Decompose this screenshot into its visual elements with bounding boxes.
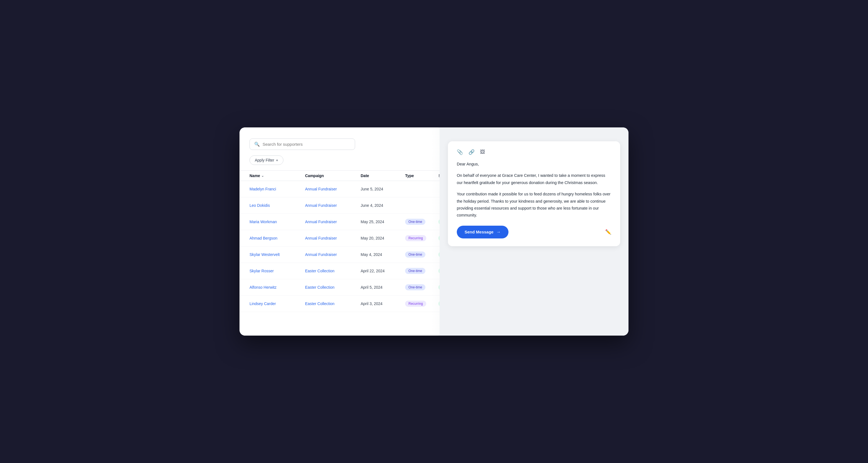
- campaign-name[interactable]: Annual Fundraiser: [305, 236, 361, 240]
- donation-type: Recurring: [405, 235, 438, 241]
- search-icon: 🔍: [254, 141, 260, 147]
- supporter-name[interactable]: Lindsey Carder: [249, 301, 305, 306]
- supporter-name[interactable]: Alfonso Herwitz: [249, 285, 305, 290]
- type-badge: One-time: [405, 268, 425, 274]
- message-body: Dear Angus, On behalf of everyone at Gra…: [457, 161, 611, 219]
- send-label: Send Message: [465, 230, 493, 234]
- link-icon[interactable]: 🔗: [468, 149, 474, 155]
- donation-date: April 5, 2024: [361, 285, 405, 290]
- message-greeting: Dear Angus,: [457, 161, 611, 168]
- message-toolbar: 📎 🔗 🖼: [457, 149, 611, 155]
- apply-filter-button[interactable]: Apply Filter +: [249, 156, 283, 165]
- donation-date: April 22, 2024: [361, 269, 405, 273]
- send-arrow-icon: →: [496, 230, 501, 235]
- supporter-list-panel: 🔍 Apply Filter + Name ⌄ Campaign Date: [240, 127, 442, 336]
- donation-type: One-time: [405, 284, 438, 290]
- type-badge: One-time: [405, 252, 425, 258]
- campaign-name[interactable]: Easter Collection: [305, 301, 361, 306]
- search-box[interactable]: 🔍: [249, 138, 355, 150]
- card-footer: Send Message → ✏️: [457, 226, 611, 238]
- type-badge: Recurring: [405, 235, 426, 241]
- supporter-name[interactable]: Skylar Westervelt: [249, 252, 305, 257]
- table-row: Madelyn Franci Annual Fundraiser June 5,…: [240, 181, 442, 197]
- type-badge: One-time: [405, 219, 425, 225]
- table-row: Leo Dokidis Annual Fundraiser June 4, 20…: [240, 197, 442, 214]
- table-row: Lindsey Carder Easter Collection April 3…: [240, 296, 442, 312]
- supporter-name[interactable]: Ahmad Bergson: [249, 236, 305, 240]
- message-paragraph1: On behalf of everyone at Grace Care Cent…: [457, 172, 611, 186]
- donation-type: Recurring: [405, 301, 438, 307]
- campaign-name[interactable]: Annual Fundraiser: [305, 220, 361, 224]
- col-header-type: Type: [405, 173, 438, 178]
- campaign-name[interactable]: Annual Fundraiser: [305, 252, 361, 257]
- table-body: Madelyn Franci Annual Fundraiser June 5,…: [240, 181, 442, 312]
- table-header: Name ⌄ Campaign Date Type Status: [240, 170, 442, 181]
- donation-type: One-time: [405, 252, 438, 258]
- campaign-name[interactable]: Annual Fundraiser: [305, 187, 361, 191]
- donation-date: May 4, 2024: [361, 252, 405, 257]
- donation-date: May 20, 2024: [361, 236, 405, 240]
- search-input[interactable]: [262, 142, 350, 146]
- col-header-date: Date: [361, 173, 405, 178]
- table-row: Ahmad Bergson Annual Fundraiser May 20, …: [240, 230, 442, 246]
- search-area: 🔍: [240, 127, 442, 156]
- sort-icon-name[interactable]: ⌄: [261, 174, 264, 178]
- col-header-name: Name ⌄: [249, 173, 305, 178]
- plus-icon: +: [276, 158, 278, 162]
- send-message-button[interactable]: Send Message →: [457, 226, 508, 238]
- table-row: Skylar Rosser Easter Collection April 22…: [240, 263, 442, 279]
- supporter-name[interactable]: Madelyn Franci: [249, 187, 305, 191]
- table-row: Alfonso Herwitz Easter Collection April …: [240, 279, 442, 296]
- supporter-name[interactable]: Leo Dokidis: [249, 203, 305, 208]
- message-card: 📎 🔗 🖼 Dear Angus, On behalf of everyone …: [448, 141, 620, 246]
- image-icon[interactable]: 🖼: [480, 149, 485, 155]
- type-badge: Recurring: [405, 301, 426, 307]
- donation-type: One-time: [405, 219, 438, 225]
- message-composer-panel: 📎 🔗 🖼 Dear Angus, On behalf of everyone …: [439, 127, 628, 336]
- table-row: Maria Workman Annual Fundraiser May 25, …: [240, 214, 442, 230]
- type-badge: One-time: [405, 284, 425, 290]
- col-header-campaign: Campaign: [305, 173, 361, 178]
- attachment-icon[interactable]: 📎: [457, 149, 463, 155]
- supporters-table: Name ⌄ Campaign Date Type Status M: [240, 170, 442, 312]
- edit-icon[interactable]: ✏️: [605, 229, 611, 235]
- supporter-name[interactable]: Maria Workman: [249, 220, 305, 224]
- donation-date: June 4, 2024: [361, 203, 405, 208]
- message-paragraph2: Your contribution made it possible for u…: [457, 191, 611, 219]
- campaign-name[interactable]: Easter Collection: [305, 269, 361, 273]
- table-row: Skylar Westervelt Annual Fundraiser May …: [240, 246, 442, 263]
- donation-date: May 25, 2024: [361, 220, 405, 224]
- filter-area: Apply Filter +: [240, 156, 442, 170]
- campaign-name[interactable]: Easter Collection: [305, 285, 361, 290]
- apply-filter-label: Apply Filter: [255, 158, 274, 162]
- supporter-name[interactable]: Skylar Rosser: [249, 269, 305, 273]
- donation-type: One-time: [405, 268, 438, 274]
- donation-date: June 5, 2024: [361, 187, 405, 191]
- campaign-name[interactable]: Annual Fundraiser: [305, 203, 361, 208]
- donation-date: April 3, 2024: [361, 301, 405, 306]
